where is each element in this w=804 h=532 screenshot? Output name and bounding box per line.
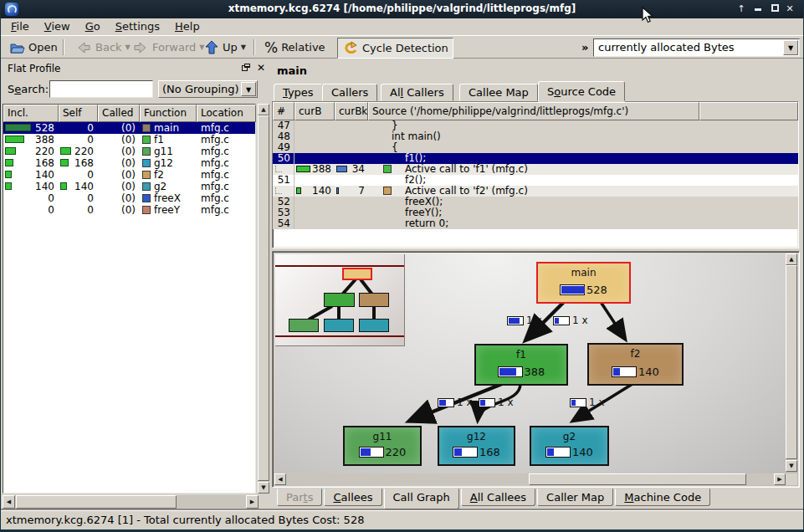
source-column-header[interactable]: Source ('/home/philippe/valgrind/littlep… bbox=[368, 102, 699, 120]
open-button[interactable]: Open bbox=[6, 38, 62, 57]
graph-node-g11[interactable]: g11220 bbox=[343, 426, 422, 466]
source-column-header[interactable]: curBk bbox=[335, 102, 368, 120]
tab-callee-map[interactable]: Callee Map bbox=[459, 84, 538, 101]
flat-profile-vscrollbar[interactable]: ▲ ▼ bbox=[258, 104, 269, 494]
edge-cost-bar bbox=[570, 398, 586, 407]
scroll-left-icon[interactable]: ◀ bbox=[274, 473, 286, 485]
flat-profile-row-main[interactable]: 5280(0)mainmfg.c bbox=[3, 122, 255, 134]
cycle-detection-button[interactable]: Cycle Detection bbox=[337, 38, 453, 59]
flat-profile-row-freeY[interactable]: 00(0)freeYmfg.c bbox=[3, 204, 255, 216]
source-line-48[interactable]: 48int main() bbox=[273, 131, 798, 142]
function-type-icon bbox=[142, 124, 151, 132]
incl-cost-bar bbox=[5, 124, 31, 131]
flat-profile-row-g12[interactable]: 168168(0)g12mfg.c bbox=[3, 157, 255, 169]
grouping-combobox[interactable]: (No Grouping) ▼ bbox=[158, 80, 258, 98]
column-header-called[interactable]: Called bbox=[98, 105, 140, 122]
column-header-location[interactable]: Location bbox=[197, 105, 256, 122]
tab-callees[interactable]: Callees bbox=[324, 489, 382, 506]
page-title: main bbox=[277, 64, 307, 77]
tab-callers[interactable]: Callers bbox=[322, 84, 377, 101]
column-header-function[interactable]: Function bbox=[140, 105, 197, 122]
menu-help[interactable]: Help bbox=[168, 18, 207, 34]
overview-node-f1 bbox=[324, 293, 355, 307]
flat-profile-row-g2[interactable]: 140140(0)g2mfg.c bbox=[3, 181, 255, 192]
toolbar-overflow-chevron[interactable]: » bbox=[581, 41, 588, 54]
source-line-53[interactable]: 53freeY(); bbox=[273, 207, 798, 218]
tab-source-code[interactable]: Source Code bbox=[538, 81, 625, 101]
call-graph-view[interactable]: main528f1388f2140g11220g12168g2140 1 x1 … bbox=[272, 251, 800, 488]
edge-cost-bar bbox=[553, 316, 570, 325]
column-header-incl[interactable]: Incl. bbox=[3, 105, 59, 122]
dock-float-icon[interactable] bbox=[242, 64, 250, 72]
flat-profile-row-f1[interactable]: 3880(0)f1mfg.c bbox=[3, 134, 255, 146]
event-type-combobox[interactable]: currently allocated Bytes ▼ bbox=[593, 38, 800, 57]
cost-bar bbox=[560, 284, 585, 295]
source-line-54[interactable]: 54return 0; bbox=[273, 218, 798, 229]
up-dropdown-icon[interactable]: ▼ bbox=[241, 43, 246, 51]
source-call-row[interactable]: 38834Active call to 'f1' (mfg.c) bbox=[273, 164, 798, 175]
dock-close-icon[interactable]: ✕ bbox=[257, 62, 265, 74]
flat-profile-hscrollbar[interactable]: ◀ ▶ bbox=[3, 495, 259, 509]
tab-call-graph[interactable]: Call Graph bbox=[384, 489, 459, 509]
forward-button[interactable]: Forward ▼ bbox=[128, 38, 208, 57]
titlebar[interactable]: xtmemory.kcg.6274 [/home/philippe/valgri… bbox=[1, 0, 803, 18]
graph-node-g12[interactable]: g12168 bbox=[438, 426, 515, 466]
up-button[interactable]: Up ▼ bbox=[200, 38, 250, 57]
graph-node-label: g2 bbox=[531, 431, 607, 442]
tab-machine-code[interactable]: Machine Code bbox=[615, 489, 710, 506]
open-label: Open bbox=[28, 41, 58, 54]
scroll-down-icon[interactable]: ▼ bbox=[258, 482, 269, 494]
source-call-row[interactable]: 1407Active call to 'f2' (mfg.c) bbox=[273, 186, 798, 197]
source-line-52[interactable]: 52freeX(); bbox=[273, 197, 798, 207]
menu-view[interactable]: View bbox=[38, 18, 77, 34]
source-line-51[interactable]: 51f2(); bbox=[273, 175, 798, 186]
tab-types[interactable]: Types bbox=[274, 84, 323, 101]
search-input[interactable] bbox=[49, 80, 153, 98]
scrollbar-thumb[interactable] bbox=[786, 265, 797, 459]
flat-profile-row-g11[interactable]: 220220(0)g11mfg.c bbox=[3, 146, 255, 157]
tab-parts[interactable]: Parts bbox=[277, 489, 322, 506]
shade-button[interactable]: ↑ bbox=[735, 2, 748, 16]
chevron-down-icon[interactable]: ▼ bbox=[783, 40, 798, 55]
scrollbar-thumb[interactable] bbox=[16, 495, 177, 509]
source-column-header[interactable]: # bbox=[273, 102, 294, 120]
call-graph-overview[interactable] bbox=[275, 254, 405, 346]
graph-node-f2[interactable]: f2140 bbox=[587, 343, 684, 386]
scrollbar-thumb[interactable] bbox=[529, 473, 746, 485]
scroll-up-icon[interactable]: ▲ bbox=[786, 253, 797, 265]
source-line-49[interactable]: 49{ bbox=[273, 142, 798, 153]
menu-file[interactable]: File bbox=[4, 18, 36, 34]
scroll-down-icon[interactable]: ▼ bbox=[786, 460, 797, 472]
scroll-right-icon[interactable]: ▶ bbox=[774, 473, 786, 485]
source-line-47[interactable]: 47} bbox=[273, 120, 798, 131]
menu-settings[interactable]: Settings bbox=[109, 18, 166, 34]
scroll-up-icon[interactable]: ▲ bbox=[258, 104, 269, 115]
graph-node-main[interactable]: main528 bbox=[536, 262, 631, 304]
close-button[interactable]: ✕ bbox=[783, 2, 796, 16]
menu-go[interactable]: Go bbox=[79, 18, 107, 34]
search-label: Search: bbox=[8, 83, 49, 95]
back-button[interactable]: Back ▼ bbox=[71, 38, 135, 57]
maximize-button[interactable] bbox=[768, 2, 781, 16]
scroll-left-icon[interactable]: ◀ bbox=[3, 495, 15, 509]
tab-caller-map[interactable]: Caller Map bbox=[537, 489, 613, 506]
cycle-detection-icon bbox=[342, 41, 359, 56]
chevron-down-icon[interactable]: ▼ bbox=[241, 82, 256, 96]
tree-branch-icon bbox=[275, 187, 282, 194]
flat-profile-row-f2[interactable]: 1400(0)f2mfg.c bbox=[3, 169, 255, 181]
graph-node-g2[interactable]: g2140 bbox=[530, 426, 609, 466]
graph-node-f1[interactable]: f1388 bbox=[474, 344, 568, 386]
graph-hscrollbar[interactable]: ◀ ▶ bbox=[274, 473, 786, 485]
flat-profile-row-freeX[interactable]: 00(0)freeXmfg.c bbox=[3, 192, 255, 204]
relative-button[interactable]: % Relative bbox=[260, 38, 330, 57]
scrollbar-thumb[interactable] bbox=[258, 115, 269, 481]
source-column-header[interactable]: curB bbox=[294, 102, 335, 120]
scrollbar-corner bbox=[786, 473, 797, 485]
column-header-self[interactable]: Self bbox=[59, 105, 98, 122]
minimize-button[interactable] bbox=[751, 2, 765, 16]
scroll-right-icon[interactable]: ▶ bbox=[246, 495, 259, 509]
graph-vscrollbar[interactable]: ▲ ▼ bbox=[786, 253, 797, 472]
dock-header[interactable]: Flat Profile ✕ bbox=[3, 60, 269, 77]
tab-all-callers[interactable]: All Callers bbox=[381, 84, 453, 101]
tab-all-callees[interactable]: All Callees bbox=[461, 489, 535, 506]
